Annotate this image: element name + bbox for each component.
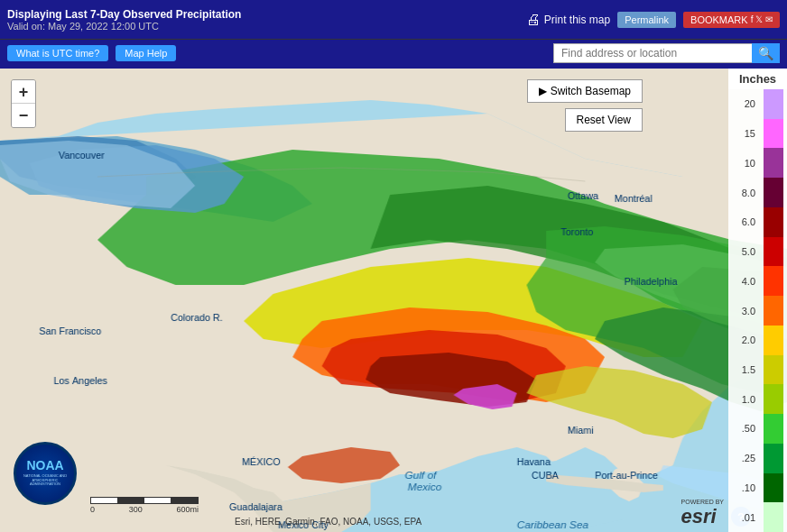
scale-bar: 0 300 600mi — [90, 497, 199, 514]
precipitation-overlay — [0, 69, 787, 532]
legend-color-swatch — [764, 384, 783, 414]
subtoolbar: What is UTC time? Map Help 🔍 — [0, 40, 787, 69]
legend-item: 10 — [728, 148, 787, 178]
header-bar: Displaying Last 7-Day Observed Precipita… — [0, 0, 787, 40]
scale-label-300: 300 — [129, 505, 143, 514]
header-actions: 🖨 Print this map Permalink BOOKMARK f 𝕏 … — [526, 12, 780, 28]
noaa-subtitle: NATIONAL OCEANIC AND ATMOSPHERIC ADMINIS… — [16, 472, 74, 489]
scale-label-0: 0 — [90, 505, 95, 514]
legend-label: 6.0 — [732, 216, 755, 227]
map-container[interactable]: + − ▶ Switch Basemap Reset View NOAA NAT… — [0, 69, 787, 532]
arrow-right-icon: ▶ — [539, 85, 547, 97]
noaa-logo: NOAA NATIONAL OCEANIC AND ATMOSPHERIC AD… — [14, 442, 77, 505]
search-icon: 🔍 — [758, 46, 773, 60]
legend-label: .01 — [732, 512, 755, 523]
legend-item: 20 — [728, 89, 787, 119]
legend-color-swatch — [764, 178, 783, 207]
zoom-in-button[interactable]: + — [12, 80, 35, 104]
legend-color-swatch — [764, 148, 783, 178]
legend-label: 8.0 — [732, 188, 755, 198]
legend-item: 6.0 — [728, 207, 787, 237]
bookmark-button[interactable]: BOOKMARK f 𝕏 ✉ — [683, 12, 780, 28]
legend-color-swatch — [764, 444, 783, 473]
attribution: Esri, HERE, Garmin, FAO, NOAA, USGS, EPA — [235, 517, 421, 527]
legend-color-swatch — [764, 119, 783, 149]
valid-date: Valid on: May 29, 2022 12:00 UTC — [7, 21, 241, 32]
esri-logo: esri — [681, 505, 724, 528]
search-area: 🔍 — [553, 43, 780, 63]
legend-color-swatch — [764, 473, 783, 503]
legend-color-swatch — [764, 207, 783, 237]
legend-color-swatch — [764, 237, 783, 267]
legend-label: 4.0 — [732, 276, 755, 287]
switch-basemap-label: Switch Basemap — [551, 85, 631, 97]
print-label: Print this map — [544, 14, 610, 26]
legend-label: 1.0 — [732, 394, 755, 405]
legend-item: 15 — [728, 119, 787, 149]
legend-color-swatch — [764, 326, 783, 355]
legend-label: 5.0 — [732, 246, 755, 257]
legend-item: 1.5 — [728, 355, 787, 385]
legend-item: 5.0 — [728, 237, 787, 267]
legend-item: .50 — [728, 414, 787, 444]
noaa-text: NOAA — [26, 458, 63, 472]
switch-basemap-button[interactable]: ▶ Switch Basemap — [527, 79, 643, 103]
reset-view-button[interactable]: Reset View — [565, 108, 643, 132]
legend-label: 1.5 — [732, 364, 755, 375]
legend-label: 20 — [732, 98, 755, 109]
zoom-controls: + − — [11, 79, 36, 128]
legend-label: .25 — [732, 453, 755, 463]
legend-label: 15 — [732, 128, 755, 139]
esri-area: POWERED BY esri — [681, 499, 724, 528]
printer-icon: 🖨 — [526, 12, 541, 28]
legend-label: 10 — [732, 158, 755, 169]
utc-button[interactable]: What is UTC time? — [7, 45, 108, 61]
legend-label: 3.0 — [732, 306, 755, 316]
legend-item: .01 — [728, 502, 787, 532]
legend-item: 3.0 — [728, 296, 787, 326]
legend-color-swatch — [764, 414, 783, 444]
legend-color-swatch — [764, 266, 783, 296]
legend-label: .10 — [732, 482, 755, 493]
legend-color-swatch — [764, 89, 783, 119]
legend-color-swatch — [764, 355, 783, 385]
maphelp-button[interactable]: Map Help — [116, 45, 176, 61]
legend-item: .10 — [728, 473, 787, 503]
legend-item: 8.0 — [728, 178, 787, 207]
scale-label-600: 600mi — [176, 505, 199, 514]
legend: Inches 20 15 10 8.0 6.0 5.0 4.0 3.0 — [728, 69, 787, 532]
legend-label: 2.0 — [732, 335, 755, 345]
legend-item: .25 — [728, 444, 787, 473]
search-button[interactable]: 🔍 — [752, 43, 780, 63]
legend-item: 1.0 — [728, 384, 787, 414]
header-info: Displaying Last 7-Day Observed Precipita… — [7, 8, 241, 32]
legend-label: .50 — [732, 423, 755, 434]
powered-by-text: POWERED BY — [681, 499, 724, 505]
map-title: Displaying Last 7-Day Observed Precipita… — [7, 8, 241, 21]
zoom-out-button[interactable]: − — [12, 104, 35, 127]
social-icons: f 𝕏 ✉ — [751, 14, 773, 24]
print-button[interactable]: 🖨 Print this map — [526, 12, 610, 28]
legend-item: 4.0 — [728, 266, 787, 296]
search-input[interactable] — [553, 43, 752, 63]
legend-title: Inches — [728, 69, 787, 89]
bookmark-label: BOOKMARK — [690, 14, 748, 25]
permalink-button[interactable]: Permalink — [617, 12, 676, 28]
legend-items: 20 15 10 8.0 6.0 5.0 4.0 3.0 2.0 — [728, 89, 787, 532]
legend-color-swatch — [764, 296, 783, 326]
legend-item: 2.0 — [728, 326, 787, 355]
subtoolbar-left: What is UTC time? Map Help — [7, 45, 176, 61]
legend-color-swatch — [764, 502, 783, 532]
